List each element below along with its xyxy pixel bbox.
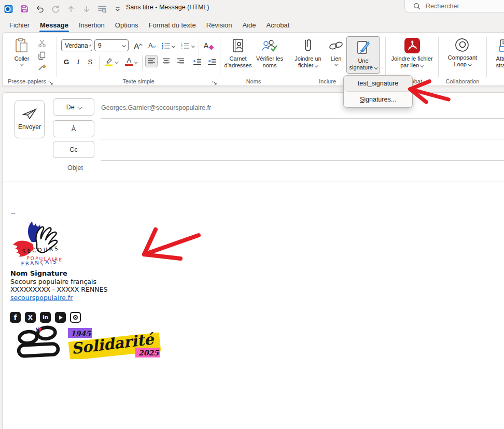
signature-org: Secours populaire français [10, 278, 107, 286]
tab-format-du-texte[interactable]: Format du texte [144, 19, 201, 31]
pdf-icon [404, 37, 421, 54]
font-name-combo[interactable]: Verdana [61, 39, 92, 51]
clipboard-dialog-launcher-icon[interactable] [48, 78, 53, 83]
cc-field-button[interactable]: Cc [53, 141, 94, 158]
send-button[interactable]: Envoyer [15, 100, 45, 138]
x-icon[interactable]: X [25, 312, 36, 323]
font-color-icon: A [125, 58, 133, 66]
chevron-down-icon [421, 64, 424, 67]
from-field-button[interactable]: De [53, 98, 94, 116]
link-button[interactable]: Lien [327, 37, 345, 65]
italic-button[interactable]: I [74, 55, 83, 68]
font-group: Verdana 9 A A 123 A G I S [58, 33, 219, 85]
subject-label: Objet [60, 164, 91, 171]
align-left-button[interactable] [145, 55, 158, 67]
customize-toolbar-chevron-icon[interactable] [113, 5, 122, 13]
paperclip-icon [302, 37, 314, 54]
align-left-icon [148, 58, 156, 65]
tab-fichier[interactable]: Fichier [4, 19, 35, 31]
address-book-icon [231, 37, 245, 54]
check-names-button[interactable]: Vérifier les noms [255, 37, 284, 69]
clipboard-icon [15, 37, 29, 54]
address-book-button[interactable]: Carnet d'adresses [222, 37, 254, 69]
linkedin-icon[interactable]: in [40, 312, 51, 323]
search-lists-icon[interactable] [97, 5, 106, 13]
loop-component-button[interactable]: Composant Loop [441, 36, 484, 68]
names-group: Carnet d'adresses Vérifier les noms Noms [221, 33, 286, 85]
align-right-button[interactable] [174, 55, 187, 67]
save-icon[interactable] [20, 5, 29, 13]
youtube-icon[interactable] [55, 312, 66, 323]
highlighter-icon [104, 57, 114, 66]
arrow-up-icon [66, 5, 75, 13]
red-arrow-annotation-body [131, 222, 209, 269]
attach-file-button[interactable]: Joindre un fichier [290, 37, 326, 69]
search-input[interactable]: Rechercher [404, 0, 504, 12]
social-icons-row: f X in [10, 312, 81, 323]
grow-font-button[interactable]: A [132, 39, 144, 52]
svg-text:3: 3 [181, 47, 183, 50]
to-field-underline[interactable] [101, 139, 504, 139]
cc-field-underline[interactable] [101, 160, 504, 161]
signature-website-link[interactable]: secourspopulaire.fr [10, 294, 73, 302]
red-arrow-annotation-menu [403, 77, 455, 106]
quick-access-toolbar [4, 2, 122, 16]
svg-text:1945: 1945 [71, 330, 91, 338]
chevron-down-icon [191, 44, 194, 47]
align-center-button[interactable] [160, 55, 172, 67]
signature-text-block: Nom Signature Secours populaire français… [10, 269, 107, 302]
clear-formatting-button[interactable]: A [202, 39, 215, 52]
numbered-list-button[interactable]: 123 [179, 39, 195, 52]
font-dialog-launcher-icon[interactable] [212, 78, 217, 83]
tab-acrobat[interactable]: Acrobat [261, 19, 295, 31]
search-placeholder: Rechercher [426, 3, 459, 10]
tab-aide[interactable]: Aide [237, 19, 261, 31]
attribute-button[interactable]: Attributstraté [489, 37, 504, 69]
tab-message[interactable]: Message [35, 19, 74, 31]
tab-revision[interactable]: Révision [201, 19, 237, 31]
bullet-list-button[interactable] [160, 39, 176, 52]
chevron-down-icon [374, 66, 377, 69]
increase-indent-button[interactable] [205, 55, 218, 68]
menu-item-test-signature[interactable]: test_signature [344, 76, 412, 91]
copy-button[interactable] [37, 49, 47, 62]
tab-insertion[interactable]: Insertion [74, 19, 110, 31]
chevron-down-icon [122, 44, 125, 47]
cut-button [37, 37, 47, 49]
link-icon [328, 37, 344, 54]
instagram-icon[interactable] [70, 312, 81, 323]
shrink-font-button[interactable]: A [146, 39, 158, 52]
font-color-button[interactable]: A [123, 55, 139, 68]
loop-icon [454, 36, 471, 53]
decrease-indent-icon [193, 59, 202, 65]
numbered-list-icon: 123 [180, 42, 190, 49]
decrease-indent-button[interactable] [191, 55, 203, 68]
from-address-value[interactable]: Georges.Garnier@secourspopulaire.fr [101, 104, 211, 111]
compose-panel: Envoyer De Georges.Garnier@secourspopula… [2, 92, 504, 429]
attach-by-link-button[interactable]: Joindre le fichier par lien [387, 37, 437, 69]
chevron-down-icon [20, 62, 23, 65]
caret-up-icon [139, 44, 142, 47]
tab-options[interactable]: Options [110, 19, 144, 31]
bold-button[interactable]: G [61, 55, 72, 68]
signature-delimiter: -- [11, 209, 16, 217]
format-painter-button[interactable] [37, 62, 47, 74]
signature-button[interactable]: Une signature [346, 36, 380, 74]
arrow-down-icon [82, 5, 91, 13]
chevron-down-icon [334, 62, 338, 65]
undo-icon[interactable] [35, 5, 44, 13]
font-size-combo[interactable]: 9 [94, 39, 129, 51]
attribute-tag-icon [498, 37, 504, 54]
menu-item-signatures[interactable]: Signatures... [344, 92, 412, 107]
to-field-button[interactable]: À [53, 120, 94, 137]
underline-button[interactable]: S [85, 55, 95, 68]
paste-button[interactable]: Coller [11, 37, 33, 65]
signature-name: Nom Signature [10, 269, 107, 278]
secours-populaire-logo: SECOURS POPULAIRE FRANÇAIS [10, 219, 71, 269]
subject-underline[interactable] [3, 181, 504, 181]
facebook-icon[interactable]: f [10, 312, 21, 323]
chevron-down-icon [468, 63, 471, 66]
highlight-color-button[interactable] [102, 55, 120, 68]
svg-text:2025: 2025 [138, 349, 159, 357]
bullet-list-icon [161, 42, 170, 49]
